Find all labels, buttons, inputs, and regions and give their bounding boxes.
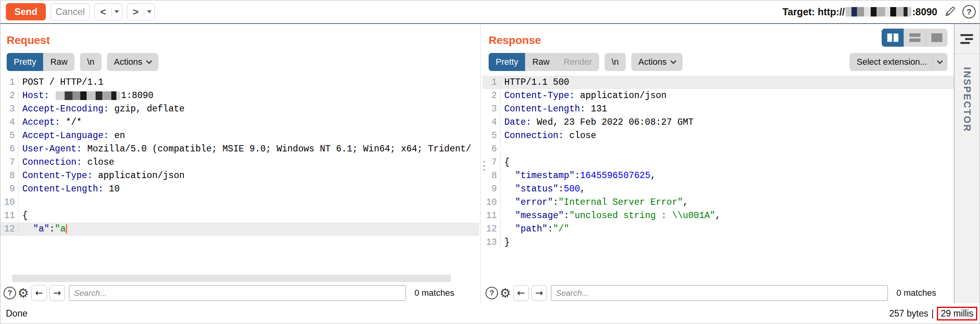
editor-line: 8 "timestamp":1645596507625, [482, 169, 954, 182]
editor-line: 11{ [0, 209, 479, 222]
line-number: 6 [0, 142, 18, 156]
response-time-annotated: 29 millis [937, 307, 977, 320]
metrics-separator: | [931, 308, 934, 319]
cancel-button[interactable]: Cancel [51, 3, 90, 20]
line-number: 10 [482, 196, 500, 209]
editor-line: 9 "status":500, [482, 182, 954, 196]
line-number: 12 [0, 222, 18, 236]
search-settings-gear-icon[interactable]: ⚙ [500, 287, 511, 299]
inspector-tab-label[interactable]: INSPECTOR [962, 67, 973, 133]
help-icon[interactable]: ? [962, 5, 976, 18]
columns-layout-icon [887, 33, 898, 42]
tab-response-newline[interactable]: \n [605, 53, 626, 71]
line-number: 2 [0, 89, 18, 102]
inspector-sidebar[interactable]: INSPECTOR [954, 24, 980, 303]
tab-response-raw[interactable]: Raw [525, 53, 556, 71]
inspector-menu-icon [960, 34, 974, 44]
response-search-input[interactable] [551, 285, 888, 301]
layout-stacked-button[interactable] [904, 29, 926, 47]
editor-line: 3Content-Length: 131 [482, 102, 954, 116]
request-search-row: ? ⚙ ← → 0 matches [0, 284, 479, 303]
line-content: Date: Wed, 23 Feb 2022 06:08:27 GMT [500, 116, 694, 129]
line-number: 9 [0, 182, 18, 196]
search-prev-button[interactable]: ← [31, 285, 47, 301]
line-number: 10 [0, 196, 18, 209]
search-prev-button[interactable]: ← [513, 285, 529, 301]
tab-request-raw[interactable]: Raw [43, 53, 74, 71]
response-view-tab-group: Pretty Raw Render [489, 53, 599, 71]
request-horizontal-scrollbar[interactable] [12, 275, 451, 282]
editor-line: 12 "a":"a [0, 222, 479, 236]
request-header: Request [0, 24, 479, 47]
request-panel: Request Pretty Raw \n Actions 1PO [0, 24, 479, 303]
layout-single-button[interactable] [926, 29, 947, 47]
send-button[interactable]: Send [6, 3, 46, 20]
search-help-icon[interactable]: ? [485, 287, 498, 299]
select-extension-dropdown[interactable]: Select extension... [850, 53, 947, 71]
edit-target-pencil-icon[interactable] [944, 5, 957, 19]
line-number: 9 [482, 182, 500, 196]
dropdown-separator [933, 56, 933, 67]
line-number: 8 [0, 169, 18, 182]
line-content: Accept-Language: en [18, 129, 125, 142]
line-number: 5 [482, 129, 500, 142]
search-help-icon[interactable]: ? [4, 287, 16, 299]
editor-line: 10 "error":"Internal Server Error", [482, 196, 954, 209]
editor-line: 9Content-Length: 10 [0, 182, 479, 196]
response-editor[interactable]: 1HTTP/1.1 5002Content-Type: application/… [482, 76, 954, 284]
line-number: 12 [482, 222, 500, 236]
editor-line: 2Content-Type: application/json [482, 89, 954, 102]
line-number: 4 [0, 116, 18, 129]
line-content: Host: 1:8090 [18, 89, 154, 102]
line-content: Content-Length: 131 [500, 102, 607, 116]
request-editor[interactable]: 1POST / HTTP/1.12Host: 1:80903Accept-Enc… [0, 76, 479, 284]
line-content: Connection: close [500, 129, 596, 142]
text-caret [66, 224, 67, 234]
history-back-button[interactable]: < [95, 4, 111, 20]
layout-side-by-side-button[interactable] [882, 29, 904, 47]
search-next-button[interactable]: → [531, 285, 547, 301]
history-back-dropdown-button[interactable] [112, 4, 122, 20]
line-content: Connection: close [18, 156, 114, 169]
target-url: Target: http:// :8090 [783, 6, 937, 18]
tab-response-pretty[interactable]: Pretty [489, 53, 525, 71]
line-number: 7 [0, 156, 18, 169]
line-number: 11 [482, 209, 500, 222]
response-metrics: 257 bytes | 29 millis [889, 307, 977, 320]
main-area: Request Pretty Raw \n Actions 1PO [0, 24, 980, 303]
request-search-input[interactable] [69, 285, 406, 301]
editor-line: 7{ [482, 156, 954, 169]
target-prefix-label: Target: http:// [783, 6, 845, 18]
tab-request-pretty[interactable]: Pretty [7, 53, 43, 71]
line-content: } [500, 236, 510, 249]
actions-label: Actions [114, 57, 142, 67]
line-number: 3 [0, 102, 18, 116]
tab-request-newline[interactable]: \n [80, 53, 101, 71]
line-content: { [500, 156, 510, 169]
editor-line: 1HTTP/1.1 500 [482, 76, 954, 89]
response-size: 257 bytes [889, 308, 928, 319]
search-next-button[interactable]: → [49, 285, 65, 301]
layout-toggle-group [882, 29, 947, 47]
search-settings-gear-icon[interactable]: ⚙ [18, 287, 29, 299]
line-content: Content-Type: application/json [18, 169, 185, 182]
panel-divider: ⋮ [479, 24, 482, 303]
line-number: 8 [482, 169, 500, 182]
response-header: Response [482, 24, 954, 47]
line-number: 6 [482, 142, 500, 156]
line-content: "message":"unclosed string : \\u001A", [500, 209, 721, 222]
editor-line: 8Content-Type: application/json [0, 169, 479, 182]
editor-line: 1POST / HTTP/1.1 [0, 76, 479, 89]
history-forward-button[interactable]: > [127, 4, 144, 20]
chevron-down-icon [114, 10, 119, 13]
line-content: Content-Length: 10 [18, 182, 120, 196]
select-extension-label: Select extension... [857, 57, 927, 67]
line-content: Accept-Encoding: gzip, deflate [18, 102, 185, 116]
request-actions-button[interactable]: Actions [107, 53, 158, 71]
response-actions-button[interactable]: Actions [631, 53, 683, 71]
line-content [18, 196, 22, 209]
status-text: Done [6, 308, 27, 319]
request-tabs-row: Pretty Raw \n Actions [7, 53, 473, 71]
history-forward-dropdown-button[interactable] [144, 4, 154, 20]
line-number: 3 [482, 102, 500, 116]
